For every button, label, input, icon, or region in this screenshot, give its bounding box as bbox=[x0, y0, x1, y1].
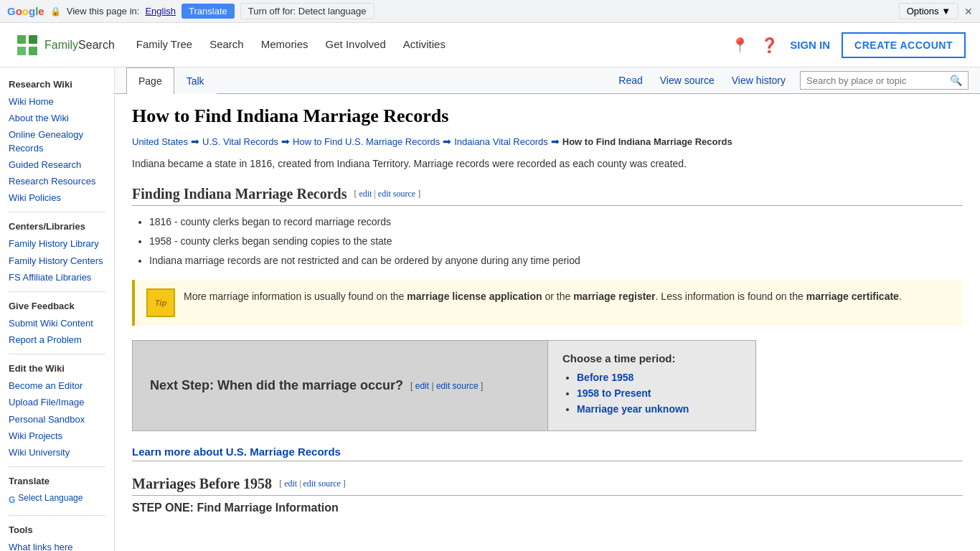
view-source-link[interactable]: View source bbox=[651, 67, 723, 93]
tabs: Page Talk bbox=[126, 67, 217, 93]
breadcrumb-arrow-4: ➡ bbox=[551, 136, 560, 147]
sidebar-section-research-wiki: Research Wiki bbox=[9, 79, 105, 90]
select-language-link[interactable]: Select Language bbox=[18, 492, 83, 504]
svg-rect-3 bbox=[17, 47, 26, 55]
sidebar-item-online-genealogy[interactable]: Online Genealogy Records bbox=[9, 128, 105, 154]
google-g-icon: G bbox=[9, 495, 15, 505]
translate-button[interactable]: Translate bbox=[182, 4, 235, 19]
logo-link[interactable]: FamilySearch bbox=[14, 32, 115, 58]
sidebar-item-submit-wiki[interactable]: Submit Wiki Content bbox=[9, 317, 105, 330]
translate-bar: Google 🔒 View this page in: English Tran… bbox=[0, 0, 980, 23]
learn-more-link[interactable]: Learn more about U.S. Marriage Records bbox=[132, 446, 341, 458]
wiki-search-button[interactable]: 🔍 bbox=[944, 72, 968, 89]
learn-more-divider bbox=[132, 461, 963, 461]
tab-page[interactable]: Page bbox=[126, 67, 174, 94]
sidebar-item-affiliate-libraries[interactable]: FS Affiliate Libraries bbox=[9, 271, 105, 284]
turnoff-button[interactable]: Turn off for: Detect language bbox=[240, 3, 374, 19]
time-period-unknown[interactable]: Marriage year unknown bbox=[577, 403, 689, 415]
nav-get-involved[interactable]: Get Involved bbox=[326, 24, 386, 67]
main-nav: FamilySearch Family Tree Search Memories… bbox=[0, 23, 980, 67]
location-icon[interactable]: 📍 bbox=[731, 37, 749, 54]
sidebar-item-become-editor[interactable]: Become an Editor bbox=[9, 380, 105, 392]
sidebar-divider-5 bbox=[9, 515, 105, 516]
sidebar-divider-2 bbox=[9, 291, 105, 292]
next-step-edit-links: [ edit | edit source ] bbox=[410, 381, 483, 391]
nav-memories[interactable]: Memories bbox=[261, 24, 308, 67]
next-step-table: Next Step: When did the marriage occur? … bbox=[132, 340, 756, 431]
breadcrumb-current: How to Find Indiana Marriage Records bbox=[562, 136, 732, 147]
section1-title: Finding Indiana Marriage Records [ edit … bbox=[132, 186, 963, 206]
section1-edit-link[interactable]: edit bbox=[359, 189, 372, 199]
sidebar-divider-3 bbox=[9, 354, 105, 354]
sidebar-item-wiki-projects[interactable]: Wiki Projects bbox=[9, 430, 105, 443]
nav-search[interactable]: Search bbox=[209, 24, 244, 67]
sidebar-divider-1 bbox=[9, 212, 105, 212]
sign-in-link[interactable]: SIGN IN bbox=[790, 39, 830, 51]
sidebar-section-feedback: Give Feedback bbox=[9, 301, 105, 311]
sidebar-section-translate: Translate bbox=[9, 476, 105, 486]
nav-family-tree[interactable]: Family Tree bbox=[136, 24, 192, 67]
content-area: Page Talk Read View source View history … bbox=[115, 67, 980, 551]
read-link[interactable]: Read bbox=[610, 67, 651, 93]
options-button[interactable]: Options ▼ bbox=[899, 3, 958, 19]
google-translate-widget[interactable]: G Select Language bbox=[9, 492, 105, 508]
sidebar-section-centers: Centers/Libraries bbox=[9, 221, 105, 232]
tip-box: Tip More marriage information is usually… bbox=[132, 280, 963, 326]
sidebar-item-personal-sandbox[interactable]: Personal Sandbox bbox=[9, 413, 105, 426]
help-icon[interactable]: ❓ bbox=[760, 37, 778, 54]
breadcrumb-us[interactable]: United States bbox=[132, 136, 188, 147]
time-period-1958-present[interactable]: 1958 to Present bbox=[577, 387, 651, 399]
view-page-label: View this page in: bbox=[67, 6, 140, 17]
breadcrumb-us-marriage[interactable]: How to Find U.S. Marriage Records bbox=[293, 136, 440, 147]
sidebar: Research Wiki Wiki Home About the Wiki O… bbox=[0, 67, 115, 551]
close-button[interactable]: ✕ bbox=[964, 6, 973, 17]
sidebar-item-wiki-policies[interactable]: Wiki Policies bbox=[9, 192, 105, 204]
time-period-item-1: Before 1958 bbox=[577, 372, 741, 383]
svg-rect-4 bbox=[29, 47, 37, 55]
step-one-text: STEP ONE: Find Marriage Information bbox=[132, 501, 963, 514]
sidebar-divider-4 bbox=[9, 466, 105, 467]
nav-links: Family Tree Search Memories Get Involved… bbox=[136, 24, 731, 67]
section1-edit-source-link[interactable]: edit source bbox=[378, 189, 415, 199]
lock-icon: 🔒 bbox=[50, 6, 61, 17]
breadcrumb-arrow-3: ➡ bbox=[443, 136, 451, 147]
nav-activities[interactable]: Activities bbox=[403, 24, 446, 67]
next-step-right: Choose a time period: Before 1958 1958 t… bbox=[547, 341, 755, 430]
sidebar-item-family-history-library[interactable]: Family History Library bbox=[9, 237, 105, 250]
sidebar-item-research-resources[interactable]: Research Resources bbox=[9, 175, 105, 188]
breadcrumb-indiana-vital[interactable]: Indaiana Vital Records bbox=[454, 136, 548, 147]
sidebar-item-wiki-home[interactable]: Wiki Home bbox=[9, 95, 105, 108]
create-account-button[interactable]: CREATE ACCOUNT bbox=[842, 32, 966, 58]
sidebar-item-what-links-here[interactable]: What links here bbox=[9, 541, 105, 551]
main-content: How to Find Indiana Marriage Records Uni… bbox=[115, 94, 980, 526]
sidebar-item-upload-file[interactable]: Upload File/Image bbox=[9, 396, 105, 409]
next-step-edit-link[interactable]: edit bbox=[415, 381, 429, 391]
time-period-before-1958[interactable]: Before 1958 bbox=[577, 372, 633, 383]
google-logo: Google bbox=[7, 5, 44, 17]
wiki-search-input[interactable] bbox=[801, 72, 944, 89]
section1-edit-links: [ edit | edit source ] bbox=[354, 189, 420, 199]
language-link[interactable]: English bbox=[145, 6, 176, 17]
section2-edit-link[interactable]: edit bbox=[284, 479, 297, 489]
section2-edit-source-link[interactable]: edit source bbox=[303, 479, 341, 489]
sidebar-item-wiki-university[interactable]: Wiki University bbox=[9, 446, 105, 459]
wiki-search-box: 🔍 bbox=[800, 71, 969, 90]
logo-text: FamilySearch bbox=[44, 39, 115, 52]
next-step-left: Next Step: When did the marriage occur? … bbox=[133, 341, 547, 430]
sidebar-section-edit: Edit the Wiki bbox=[9, 363, 105, 374]
time-period-item-2: 1958 to Present bbox=[577, 387, 741, 399]
next-step-edit-source-link[interactable]: edit source bbox=[436, 381, 479, 391]
bullet-item-3: Indiana marriage records are not restric… bbox=[149, 253, 963, 268]
tab-talk[interactable]: Talk bbox=[174, 67, 217, 94]
breadcrumb-vital[interactable]: U.S. Vital Records bbox=[202, 136, 278, 147]
sidebar-item-family-history-centers[interactable]: Family History Centers bbox=[9, 255, 105, 268]
tab-actions: Read View source View history 🔍 bbox=[610, 67, 969, 93]
view-history-link[interactable]: View history bbox=[723, 67, 794, 93]
page-layout: Research Wiki Wiki Home About the Wiki O… bbox=[0, 67, 980, 551]
breadcrumb-arrow-1: ➡ bbox=[191, 136, 199, 147]
sidebar-item-about-wiki[interactable]: About the Wiki bbox=[9, 112, 105, 125]
sidebar-item-guided-research[interactable]: Guided Research bbox=[9, 159, 105, 171]
sidebar-item-report-problem[interactable]: Report a Problem bbox=[9, 334, 105, 347]
bullet-item-2: 1958 - county clerks began sending copie… bbox=[149, 234, 963, 249]
svg-rect-1 bbox=[17, 35, 26, 44]
